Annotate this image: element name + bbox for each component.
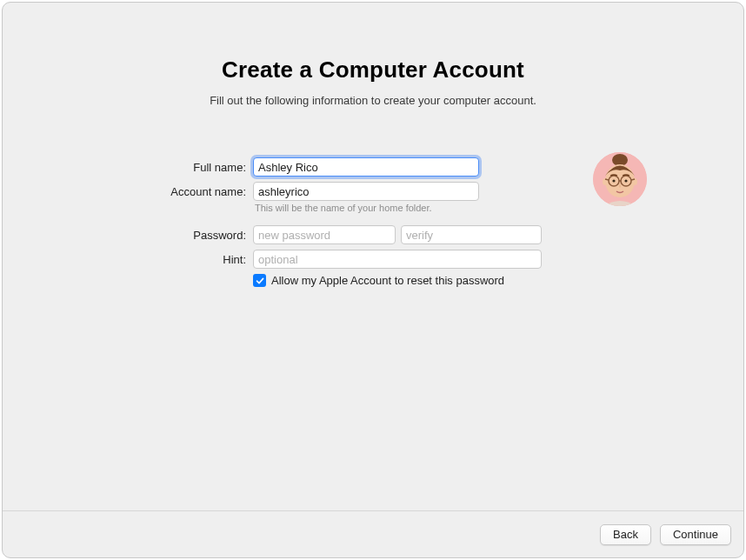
verify-password-input[interactable] xyxy=(401,225,542,244)
account-name-hint: This will be the name of your home folde… xyxy=(253,203,634,213)
back-button[interactable]: Back xyxy=(600,524,651,545)
account-name-input[interactable] xyxy=(253,182,479,201)
account-avatar[interactable] xyxy=(593,152,647,206)
account-name-row: Account name: xyxy=(112,182,634,201)
checkmark-icon xyxy=(256,277,264,285)
hint-label: Hint: xyxy=(112,253,253,266)
password-row: Password: xyxy=(112,225,634,244)
svg-point-1 xyxy=(612,154,628,166)
allow-reset-label: Allow my Apple Account to reset this pas… xyxy=(271,274,504,287)
main-content: Create a Computer Account Fill out the f… xyxy=(3,3,743,510)
setup-assistant-window: Create a Computer Account Fill out the f… xyxy=(2,2,744,558)
page-title: Create a Computer Account xyxy=(222,57,524,83)
memoji-avatar-icon xyxy=(593,152,647,206)
svg-point-10 xyxy=(612,179,615,182)
continue-button[interactable]: Continue xyxy=(660,524,731,545)
footer-bar: Back Continue xyxy=(3,510,743,557)
account-name-label: Account name: xyxy=(112,185,253,198)
svg-line-8 xyxy=(605,179,609,180)
hint-input[interactable] xyxy=(253,250,542,269)
password-label: Password: xyxy=(112,229,253,242)
new-password-input[interactable] xyxy=(253,225,396,244)
allow-reset-row: Allow my Apple Account to reset this pas… xyxy=(253,274,634,287)
svg-line-9 xyxy=(631,179,635,180)
allow-reset-checkbox[interactable] xyxy=(253,274,266,287)
page-subtitle: Fill out the following information to cr… xyxy=(210,94,536,107)
svg-point-11 xyxy=(624,179,627,182)
full-name-label: Full name: xyxy=(112,161,253,174)
full-name-input[interactable] xyxy=(253,157,479,177)
hint-row: Hint: xyxy=(112,250,634,269)
account-form: Full name: Account name: This will be th… xyxy=(112,157,634,287)
full-name-row: Full name: xyxy=(112,157,634,177)
